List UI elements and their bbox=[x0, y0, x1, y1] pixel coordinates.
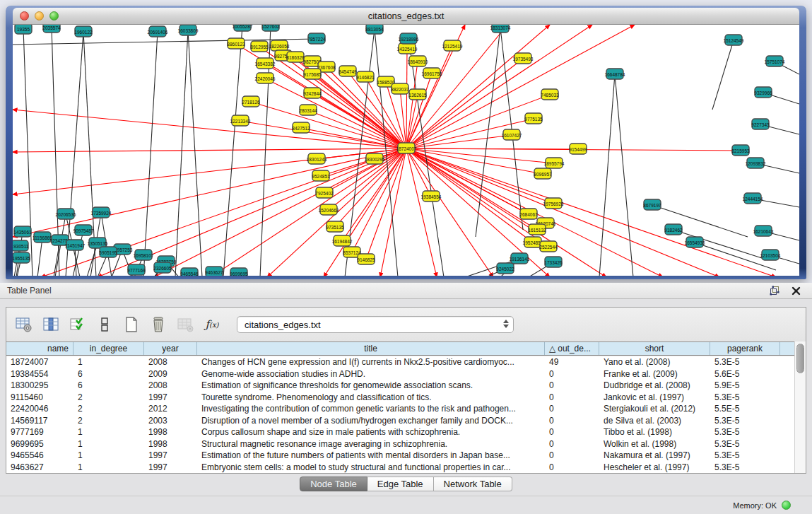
scrollbar-thumb[interactable] bbox=[796, 344, 804, 373]
graph-node[interactable]: 12125419 bbox=[442, 40, 463, 51]
graph-node[interactable]: 22420046 bbox=[255, 73, 276, 83]
window-titlebar[interactable]: citations_edges.txt bbox=[13, 8, 799, 25]
column-visibility-icon[interactable] bbox=[42, 315, 60, 334]
graph-node[interactable]: 18640910 bbox=[408, 56, 428, 66]
graph-node[interactable]: 2684067 bbox=[519, 209, 538, 219]
column-header-year[interactable]: year bbox=[144, 342, 197, 355]
column-header-in-degree[interactable]: in_degree bbox=[73, 342, 144, 355]
table-row[interactable]: 1938455462009Genome-wide association stu… bbox=[6, 368, 796, 380]
graph-node[interactable]: 7857224 bbox=[307, 33, 326, 44]
graph-node[interactable]: 9329966 bbox=[754, 87, 772, 98]
graph-node[interactable]: 1362615 bbox=[408, 89, 427, 100]
graph-node[interactable]: 7925402 bbox=[315, 187, 334, 198]
graph-node[interactable]: 1435061 bbox=[13, 226, 32, 237]
table-row[interactable]: 946554611997Estimation of the future num… bbox=[6, 450, 796, 462]
graph-node[interactable]: 15204663 bbox=[319, 204, 339, 215]
graph-node[interactable]: 20206536 bbox=[56, 209, 76, 219]
graph-node[interactable]: 16543382 bbox=[255, 58, 276, 69]
graph-node[interactable]: 14325419 bbox=[397, 43, 418, 54]
graph-node[interactable]: 8096957 bbox=[534, 168, 552, 179]
graph-node[interactable]: 18301243 bbox=[307, 153, 327, 164]
graph-node[interactable]: 16033809 bbox=[178, 25, 199, 35]
table-selector-dropdown[interactable]: citations_edges.txt bbox=[237, 316, 514, 333]
graph-node[interactable]: 18300295 bbox=[365, 153, 385, 164]
graph-node[interactable]: 9242844 bbox=[303, 88, 322, 98]
graph-node[interactable]: 19136141 bbox=[510, 253, 530, 264]
graph-node[interactable]: 18955794 bbox=[544, 158, 565, 168]
graph-node[interactable]: 90975487 bbox=[73, 225, 94, 235]
graph-node[interactable]: 19355 bbox=[15, 25, 32, 34]
graph-node[interactable]: 16210643 bbox=[753, 226, 774, 236]
graph-node[interactable]: 8186328 bbox=[286, 52, 305, 62]
graph-node[interactable]: 19384554 bbox=[421, 191, 442, 201]
tab-edge-table[interactable]: Edge Table bbox=[367, 477, 434, 491]
graph-node[interactable]: 2326605 bbox=[153, 262, 172, 273]
tab-network-table[interactable]: Network Table bbox=[434, 477, 512, 491]
graph-node[interactable]: 9775135 bbox=[524, 113, 543, 124]
vertical-scrollbar[interactable] bbox=[794, 341, 806, 473]
graph-node[interactable]: 9524851 bbox=[312, 170, 330, 181]
table-mode-icon[interactable] bbox=[15, 315, 33, 334]
graph-node[interactable]: 7485033 bbox=[541, 89, 559, 100]
graph-node[interactable]: 8215953 bbox=[731, 145, 750, 156]
graph-node[interactable]: 19218986 bbox=[399, 33, 419, 44]
graph-node[interactable]: 9146821 bbox=[356, 71, 375, 82]
table-row[interactable]: 911546021997Tourette syndrome. Phenomeno… bbox=[6, 392, 796, 404]
graph-node[interactable]: 18724007 bbox=[396, 143, 417, 153]
graph-node[interactable]: 2522544 bbox=[539, 241, 558, 252]
graph-node[interactable]: 2035574 bbox=[42, 25, 61, 33]
graph-node[interactable]: 16648784 bbox=[605, 69, 625, 79]
table-row[interactable]: 1872400712008Changes of HCN gene express… bbox=[6, 356, 796, 368]
graph-node[interactable]: 8822037 bbox=[391, 83, 409, 94]
column-header-name[interactable]: name bbox=[6, 342, 73, 355]
graph-node[interactable]: 15751074 bbox=[765, 56, 785, 66]
table-row[interactable]: 1830029562008Estimation of significance … bbox=[6, 380, 796, 392]
graph-node[interactable]: 12444154 bbox=[743, 193, 763, 204]
graph-node[interactable]: 1733426 bbox=[544, 257, 563, 267]
table-row[interactable]: 2242004622012Investigating the contribut… bbox=[6, 403, 796, 415]
column-header-title[interactable]: title bbox=[197, 342, 545, 355]
graph-node[interactable]: 12213343 bbox=[230, 115, 251, 126]
graph-node[interactable]: 9463627 bbox=[205, 267, 223, 276]
graph-node[interactable]: 9735135 bbox=[326, 221, 344, 232]
function-builder-icon[interactable]: ƒ(x) bbox=[203, 315, 221, 334]
graph-node[interactable]: 9154499 bbox=[569, 144, 587, 154]
graph-node[interactable]: 1930511 bbox=[13, 240, 29, 251]
graph-node[interactable]: 8454749 bbox=[339, 66, 357, 76]
graph-node[interactable]: 9227343 bbox=[751, 119, 770, 129]
network-canvas[interactable]: 1872400719384554183002958860123891295518… bbox=[13, 25, 799, 276]
graph-node[interactable]: 9699695 bbox=[230, 268, 248, 276]
new-table-icon[interactable] bbox=[122, 315, 141, 334]
graph-node[interactable]: 20691406 bbox=[148, 26, 168, 37]
table-row[interactable]: 1456911722003Disruption of a novel membe… bbox=[6, 415, 796, 427]
graph-node[interactable]: 12103504 bbox=[760, 250, 781, 260]
graph-node[interactable]: 9146825 bbox=[357, 254, 375, 264]
graph-node[interactable]: 8813054 bbox=[365, 25, 384, 34]
selection-mode-icon[interactable] bbox=[69, 315, 87, 334]
graph-node[interactable]: 15124549 bbox=[724, 35, 744, 45]
graph-node[interactable]: 1615132 bbox=[528, 224, 546, 235]
graph-node[interactable]: 2718126 bbox=[242, 96, 260, 107]
tab-node-table[interactable]: Node Table bbox=[300, 477, 367, 491]
graph-node[interactable]: 8679197 bbox=[643, 199, 661, 210]
graph-node[interactable]: 2803144 bbox=[299, 105, 317, 115]
import-table-icon[interactable] bbox=[176, 315, 194, 334]
graph-node[interactable]: 9245022 bbox=[496, 263, 514, 274]
close-panel-icon[interactable] bbox=[789, 284, 802, 297]
rows-icon[interactable] bbox=[95, 315, 114, 334]
graph-node[interactable]: 16961758 bbox=[422, 68, 442, 78]
graph-node[interactable]: 11451947 bbox=[65, 240, 86, 250]
column-header-short[interactable]: short bbox=[599, 342, 710, 355]
graph-node[interactable]: 1527602 bbox=[261, 25, 280, 31]
column-header-pagerank[interactable]: pagerank bbox=[710, 342, 780, 355]
table-row[interactable]: 969969511998Structural magnetic resonanc… bbox=[6, 438, 796, 450]
graph-node[interactable]: 16958107 bbox=[134, 250, 154, 260]
column-header-out-de-[interactable]: △ out_de... bbox=[545, 342, 599, 355]
graph-node[interactable]: 5905195 bbox=[99, 247, 117, 257]
table-row[interactable]: 977716911998Corpus callosum shape and si… bbox=[6, 426, 796, 438]
delete-column-icon[interactable] bbox=[149, 315, 167, 334]
graph-node[interactable]: 9777169 bbox=[127, 264, 146, 275]
graph-node[interactable]: 16107427 bbox=[502, 129, 522, 140]
graph-node[interactable]: 8427512 bbox=[292, 122, 310, 133]
graph-node[interactable]: 12093832 bbox=[746, 158, 766, 168]
